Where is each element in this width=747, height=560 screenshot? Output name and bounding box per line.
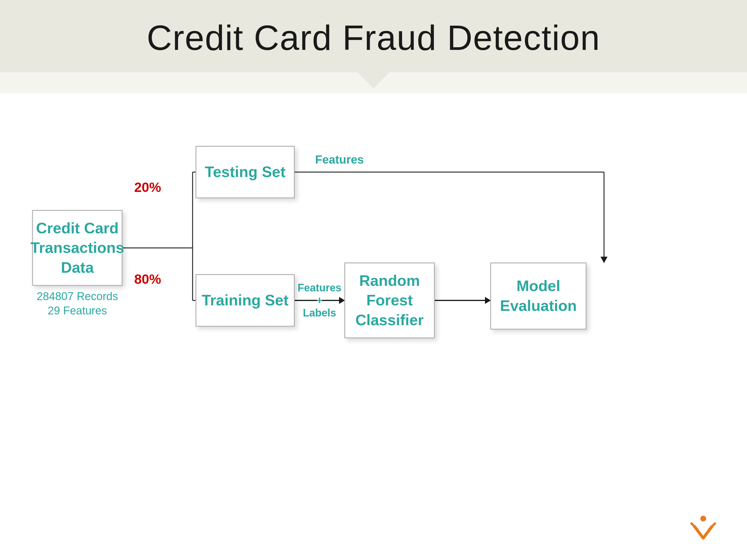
features-labels-line2: Labels [303,307,336,319]
rf-box: Random Forest Classifier [344,263,435,338]
page-title: Credit Card Fraud Detection [0,18,747,58]
logo-svg [689,513,718,542]
header-chevron [356,71,391,88]
data-box-labels: 284807 Records 29 Features [32,290,123,317]
svg-marker-11 [485,297,491,304]
diagram: Credit Card Transactions Data 284807 Rec… [23,128,724,531]
pct-80-label: 80% [134,271,161,287]
eval-box-text: Model Evaluation [500,276,577,316]
pct-20-label: 20% [134,179,161,195]
features-labels-line1: Features [298,282,341,294]
data-box-text: Credit Card Transactions Data [31,218,124,278]
rf-box-text: Random Forest Classifier [355,271,424,330]
features-arrow-label: Features [315,153,364,166]
svg-point-12 [700,516,706,522]
features-count-label: 29 Features [32,304,123,317]
testing-box: Testing Set [196,146,295,198]
testing-box-text: Testing Set [205,162,285,182]
main-content: Credit Card Transactions Data 284807 Rec… [0,93,747,560]
page-header: Credit Card Fraud Detection [0,0,747,72]
features-labels-label: Features + Labels [298,282,341,319]
training-box-text: Training Set [202,291,289,310]
records-label: 284807 Records [32,290,123,303]
features-labels-plus: + [317,294,323,306]
eval-box: Model Evaluation [490,263,587,329]
logo [689,513,718,542]
training-box: Training Set [196,274,295,327]
svg-marker-7 [600,257,608,263]
data-box: Credit Card Transactions Data [32,210,123,286]
